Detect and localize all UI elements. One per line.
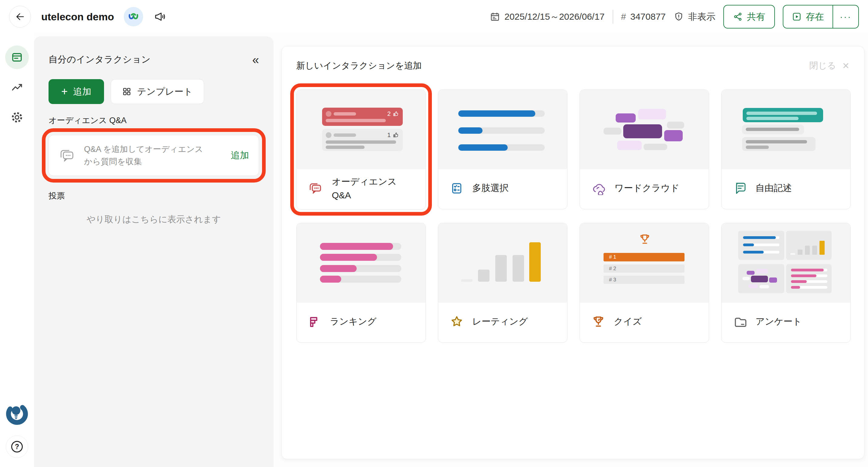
present-play-icon: [792, 12, 802, 22]
qa-illustration: 2 1: [297, 90, 426, 169]
templates-button[interactable]: テンプレート: [111, 79, 204, 104]
card-label: ワードクラウド: [615, 182, 679, 194]
webex-logo-icon: [124, 7, 143, 26]
qa-add-link[interactable]: 追加: [231, 149, 249, 162]
card-label: レーティング: [472, 315, 528, 328]
collapse-panel-button[interactable]: «: [252, 54, 259, 66]
add-interaction-button[interactable]: + 追加: [49, 79, 104, 104]
card-label: 自由記述: [755, 182, 792, 194]
interactions-panel-icon: [11, 51, 23, 64]
qa-bubbles-icon: [308, 181, 323, 195]
likes-count: 1: [387, 132, 391, 138]
hash-icon: #: [621, 11, 626, 22]
rank-row: # 2: [603, 264, 684, 273]
card-label: 多肢選択: [472, 182, 508, 194]
ranking-steps-icon: [308, 315, 321, 329]
share-button[interactable]: 共有: [723, 5, 775, 29]
trend-up-icon: [11, 81, 23, 94]
card-rating[interactable]: レーティング: [438, 223, 567, 343]
gear-icon: [11, 111, 23, 124]
polls-empty-text: やり取りはこちらに表示されます: [49, 214, 259, 226]
likes-count: 2: [387, 111, 391, 117]
present-split-button: 存在 ···: [783, 5, 859, 29]
thumbs-up-icon: [393, 132, 399, 138]
help-button[interactable]: ?: [6, 435, 28, 458]
qa-empty-card[interactable]: Q&A を追加してオーディエンスから質問を収集 追加: [49, 135, 259, 176]
share-icon: [733, 12, 743, 22]
text-bubble-icon: [733, 181, 747, 195]
card-label: クイズ: [614, 315, 642, 328]
rating-illustration: [438, 223, 567, 303]
card-ranking[interactable]: ランキング: [296, 223, 426, 343]
interaction-type-grid: 2 1: [296, 90, 849, 343]
close-icon: ✕: [842, 61, 849, 71]
trophy-icon: [591, 315, 606, 329]
card-open-text[interactable]: 自由記述: [721, 90, 851, 209]
rail-item-interactions[interactable]: [5, 45, 29, 69]
question-icon: ?: [11, 441, 23, 453]
close-dialog-button[interactable]: 閉じる ✕: [809, 60, 849, 72]
opentext-illustration: [721, 90, 850, 169]
ellipsis-icon: ···: [840, 11, 851, 22]
card-audience-qa[interactable]: 2 1: [296, 90, 426, 210]
date-range[interactable]: 2025/12/15～2026/06/17: [490, 11, 604, 23]
qa-section-label: オーディエンス Q&A: [49, 115, 259, 126]
card-survey[interactable]: アンケート: [721, 223, 851, 343]
privacy-status[interactable]: 非表示: [674, 11, 715, 23]
template-grid-icon: [122, 87, 132, 96]
event-code[interactable]: # 3470877: [621, 11, 666, 22]
card-multiple-choice[interactable]: 多肢選択: [438, 90, 567, 209]
folder-icon: [733, 315, 747, 329]
back-button[interactable]: [9, 6, 31, 28]
arrow-left-icon: [15, 11, 25, 22]
thumbs-up-icon: [393, 111, 399, 117]
survey-illustration: [721, 223, 850, 303]
checklist-icon: [450, 181, 464, 195]
plus-icon: +: [61, 86, 68, 97]
interactions-panel: 自分のインタラクション « + 追加 テンプレート オーディエンス Q&A Q: [34, 36, 274, 467]
polls-section-label: 投票: [49, 190, 259, 201]
wordcloud-illustration: [580, 90, 709, 169]
calendar-icon: [490, 11, 500, 22]
divider: [613, 10, 613, 24]
nav-rail: ?: [0, 33, 34, 467]
card-label: ランキング: [330, 315, 377, 328]
page-title: utelecon demo: [41, 11, 114, 23]
quiz-illustration: # 1 # 2 # 3: [580, 223, 709, 303]
dialog-title: 新しいインタラクションを追加: [296, 60, 422, 72]
star-icon: [450, 315, 464, 329]
panel-title: 自分のインタラクション: [49, 53, 150, 66]
choice-illustration: [438, 90, 567, 169]
announcement-icon[interactable]: [154, 11, 166, 23]
chat-bubbles-icon: [59, 148, 76, 163]
card-label: オーディエンス Q&A: [332, 175, 408, 202]
add-interaction-dialog: 新しいインタラクションを追加 閉じる ✕ 2: [281, 46, 864, 459]
present-button[interactable]: 存在: [783, 5, 833, 28]
rail-item-analytics[interactable]: [11, 81, 23, 94]
qa-empty-text: Q&A を追加してオーディエンスから質問を収集: [84, 143, 205, 168]
rank-row: # 1: [603, 253, 684, 261]
card-word-cloud[interactable]: ワードクラウド: [580, 90, 709, 209]
more-menu-button[interactable]: ···: [833, 5, 858, 28]
rank-row: # 3: [603, 276, 684, 284]
ranking-illustration: [297, 223, 426, 303]
rail-item-settings[interactable]: [11, 111, 23, 124]
card-quiz[interactable]: # 1 # 2 # 3 クイズ: [580, 223, 709, 343]
card-label: アンケート: [755, 315, 802, 328]
shield-alert-icon: [674, 11, 684, 22]
slido-logo: [4, 401, 30, 427]
cloud-icon: [591, 182, 606, 195]
top-bar: utelecon demo 2025/12/15～2026/06/17 # 34…: [0, 0, 868, 33]
trophy-icon: [639, 233, 651, 246]
